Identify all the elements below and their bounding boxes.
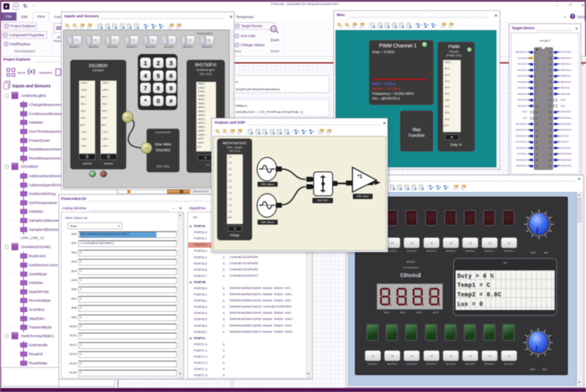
svg-text:*1: *1: [357, 173, 362, 179]
